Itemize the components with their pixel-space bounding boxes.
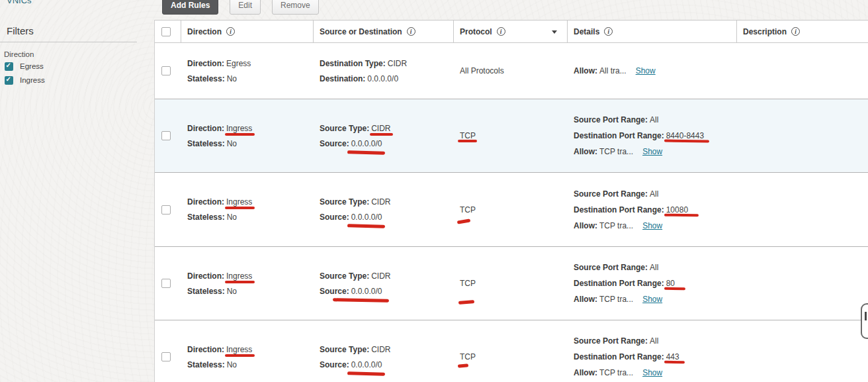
row-checkbox[interactable] [161,279,171,288]
row-checkbox[interactable] [161,352,171,361]
row-checkbox-cell [155,43,181,99]
info-icon[interactable] [497,27,505,36]
allow-value: TCP tra... [599,221,633,230]
details-cell: Source Port Range:All Destination Port R… [568,247,737,320]
header-description: Description [737,21,868,42]
table-row-ingress-8440[interactable]: Direction:Ingress Stateless:No Source Ty… [155,99,868,173]
info-icon[interactable] [791,27,800,36]
allow-label: Allow: [574,221,597,230]
source-type-label: Source Type: [320,345,369,354]
source-value: 0.0.0.0/0 [351,360,382,369]
source-type-label: Source Type: [320,197,369,207]
direction-cell: Direction:Ingress Stateless:No [181,173,314,246]
header-details: Details [568,21,737,42]
table-row-ingress-443[interactable]: Direction:Ingress Stateless:No Source Ty… [155,320,868,382]
allow-label: Allow: [574,368,597,377]
source-port-label: Source Port Range: [574,336,648,346]
protocol-value: All Protocols [460,66,504,75]
egress-label: Egress [20,62,44,70]
stateless-label: Stateless: [187,213,225,222]
info-icon[interactable] [407,27,415,36]
protocol-cell: All Protocols [454,43,568,99]
source-port-value: All [650,336,658,346]
header-checkbox-cell [155,21,181,42]
details-cell: Source Port Range:All Destination Port R… [568,99,737,172]
stateless-value: No [227,287,237,296]
egress-checkbox[interactable] [5,62,13,71]
destination-port-label: Destination Port Range: [574,205,664,215]
allow-value: TCP tra... [599,147,633,156]
filter-egress[interactable]: Egress [5,62,45,71]
row-checkbox[interactable] [161,131,171,140]
source-port-label: Source Port Range: [574,263,648,272]
protocol-cell: TCP [454,99,568,172]
destination-type-value: CIDR [388,59,407,68]
details-cell: Source Port Range:All Destination Port R… [568,320,737,382]
description-cell [737,320,868,382]
info-icon[interactable] [604,27,613,36]
stateless-label: Stateless: [187,139,225,148]
source-port-label: Source Port Range: [574,189,648,199]
show-link[interactable]: Show [636,66,656,75]
add-rules-button[interactable]: Add Rules [162,0,218,15]
remove-button[interactable]: Remove [272,0,319,15]
destination-port-label: Destination Port Range: [574,279,664,288]
destination-type-label: Destination Type: [320,59,386,68]
destination-port-value: 8440-8443 [666,131,704,140]
show-link[interactable]: Show [642,147,662,156]
direction-cell: Direction:Ingress Stateless:No [181,99,314,172]
allow-label: Allow: [574,66,597,75]
direction-value: Ingress [226,197,252,207]
source-type-value: CIDR [371,271,390,281]
stateless-value: No [227,139,237,148]
source-label: Source: [320,213,349,222]
allow-value: All tra... [599,66,627,75]
select-all-checkbox[interactable] [161,27,171,36]
source-type-label: Source Type: [320,271,369,281]
sidebar-item-vnics[interactable]: VNICs [7,0,32,5]
header-description-label: Description [743,27,787,36]
show-link[interactable]: Show [642,295,662,304]
row-checkbox[interactable] [161,66,171,75]
table-row-egress[interactable]: Direction:Egress Stateless:No Destinatio… [155,43,868,99]
show-link[interactable]: Show [642,368,662,377]
row-checkbox[interactable] [161,205,171,215]
stateless-value: No [227,213,237,222]
source-value: 0.0.0.0/0 [351,287,382,296]
protocol-value: TCP [460,279,476,288]
protocol-cell: TCP [454,173,568,246]
row-checkbox-cell [155,320,181,382]
protocol-value: TCP [460,352,476,361]
destination-port-label: Destination Port Range: [574,352,664,361]
table-row-ingress-10080[interactable]: Direction:Ingress Stateless:No Source Ty… [155,173,868,247]
edge-floating-handle[interactable] [861,303,868,339]
toolbar: Add Rules Edit Remove [162,0,319,15]
table-row-ingress-80[interactable]: Direction:Ingress Stateless:No Source Ty… [155,247,868,320]
direction-value: Ingress [226,271,252,281]
source-type-value: CIDR [371,124,390,133]
source-port-value: All [650,263,658,272]
destination-port-value: 10080 [666,205,688,215]
chevron-down-icon[interactable] [552,30,557,36]
row-checkbox-cell [155,247,181,320]
stateless-value: No [227,74,237,83]
source-cell: Source Type:CIDR Source:0.0.0.0/0 [314,320,454,382]
source-type-value: CIDR [371,345,390,354]
ingress-checkbox[interactable] [5,76,13,85]
filter-ingress[interactable]: Ingress [5,75,45,85]
show-link[interactable]: Show [642,221,662,230]
direction-value: Ingress [226,124,252,133]
allow-value: TCP tra... [599,368,633,377]
stateless-label: Stateless: [187,360,225,369]
direction-label: Direction: [187,59,224,68]
source-port-value: All [650,189,658,199]
source-port-label: Source Port Range: [574,115,648,124]
source-cell: Source Type:CIDR Source:0.0.0.0/0 [314,173,454,246]
header-source-or-destination: Source or Destination [314,21,454,42]
info-icon[interactable] [226,27,235,36]
edit-button[interactable]: Edit [230,0,261,15]
row-checkbox-cell [155,173,181,246]
direction-label: Direction: [187,124,224,133]
table-header-row: Direction Source or Destination Protocol… [155,20,868,43]
destination-port-value: 443 [666,352,679,361]
